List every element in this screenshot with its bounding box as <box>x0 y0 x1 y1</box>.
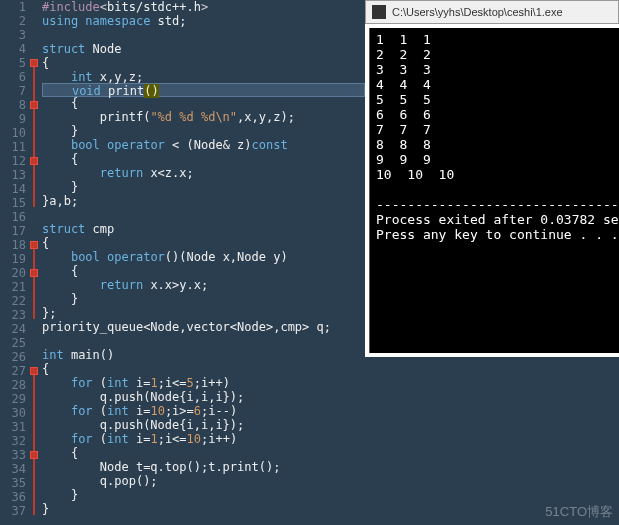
code-line[interactable]: for (int i=10;i>=6;i--) <box>42 404 365 418</box>
fold-toggle[interactable] <box>30 451 38 459</box>
line-number: 17 <box>0 224 26 238</box>
line-number: 32 <box>0 434 26 448</box>
line-number: 8 <box>0 98 26 112</box>
line-number: 6 <box>0 70 26 84</box>
code-line[interactable]: }; <box>42 306 365 320</box>
code-line[interactable]: } <box>42 180 365 194</box>
code-line[interactable]: for (int i=1;i<=10;i++) <box>42 432 365 446</box>
code-line[interactable]: { <box>42 446 365 460</box>
code-line[interactable]: bool operator < (Node& z)const <box>42 138 365 152</box>
code-line[interactable]: q.push(Node{i,i,i}); <box>42 390 365 404</box>
code-line[interactable]: void print() <box>42 83 365 97</box>
line-number: 21 <box>0 280 26 294</box>
watermark: 51CTO博客 <box>545 503 613 521</box>
code-line[interactable]: }a,b; <box>42 194 365 208</box>
line-number: 11 <box>0 140 26 154</box>
code-line[interactable]: { <box>42 236 365 250</box>
line-number: 13 <box>0 168 26 182</box>
code-line[interactable]: struct Node <box>42 42 365 56</box>
line-number: 36 <box>0 490 26 504</box>
fold-toggle[interactable] <box>30 367 38 375</box>
line-number: 27 <box>0 364 26 378</box>
code-line[interactable]: using namespace std; <box>42 14 365 28</box>
code-line[interactable]: int main() <box>42 348 365 362</box>
line-number: 31 <box>0 420 26 434</box>
code-line[interactable]: #include<bits/stdc++.h> <box>42 0 365 14</box>
line-number: 18 <box>0 238 26 252</box>
line-number: 7 <box>0 84 26 98</box>
code-editor[interactable]: 1234567891011121314151617181920212223242… <box>0 0 365 525</box>
code-line[interactable]: q.pop(); <box>42 474 365 488</box>
code-line[interactable]: { <box>42 362 365 376</box>
code-line[interactable]: } <box>42 502 365 516</box>
fold-toggle[interactable] <box>30 59 38 67</box>
console-title: C:\Users\yyhs\Desktop\ceshi\1.exe <box>392 6 563 18</box>
line-number: 25 <box>0 336 26 350</box>
code-line[interactable]: int x,y,z; <box>42 70 365 84</box>
fold-toggle[interactable] <box>30 157 38 165</box>
console-output: 1 1 1 2 2 2 3 3 3 4 4 4 5 5 5 6 6 6 7 7 … <box>369 28 619 353</box>
line-number: 5 <box>0 56 26 70</box>
fold-toggle[interactable] <box>30 269 38 277</box>
line-number: 1 <box>0 0 26 14</box>
app-icon <box>372 5 386 19</box>
fold-toggle[interactable] <box>30 101 38 109</box>
line-number: 24 <box>0 322 26 336</box>
line-number: 12 <box>0 154 26 168</box>
code-area[interactable]: #include<bits/stdc++.h>using namespace s… <box>42 0 365 516</box>
code-line[interactable]: struct cmp <box>42 222 365 236</box>
code-line[interactable]: } <box>42 488 365 502</box>
fold-toggle[interactable] <box>30 241 38 249</box>
line-number-gutter: 1234567891011121314151617181920212223242… <box>0 0 30 525</box>
line-number: 3 <box>0 28 26 42</box>
line-number: 19 <box>0 252 26 266</box>
console-window[interactable]: C:\Users\yyhs\Desktop\ceshi\1.exe 1 1 1 … <box>365 0 619 357</box>
console-titlebar[interactable]: C:\Users\yyhs\Desktop\ceshi\1.exe <box>365 0 619 24</box>
line-number: 37 <box>0 504 26 518</box>
line-number: 35 <box>0 476 26 490</box>
line-number: 20 <box>0 266 26 280</box>
line-number: 29 <box>0 392 26 406</box>
code-line[interactable]: { <box>42 56 365 70</box>
code-line[interactable]: return x.x>y.x; <box>42 278 365 292</box>
line-number: 22 <box>0 294 26 308</box>
line-number: 34 <box>0 462 26 476</box>
code-line[interactable]: return x<z.x; <box>42 166 365 180</box>
code-line[interactable]: { <box>42 152 365 166</box>
line-number: 10 <box>0 126 26 140</box>
code-line[interactable]: q.push(Node{i,i,i}); <box>42 418 365 432</box>
code-line[interactable] <box>42 208 365 222</box>
line-number: 9 <box>0 112 26 126</box>
code-line[interactable]: bool operator()(Node x,Node y) <box>42 250 365 264</box>
line-number: 4 <box>0 42 26 56</box>
line-number: 26 <box>0 350 26 364</box>
line-number: 23 <box>0 308 26 322</box>
line-number: 28 <box>0 378 26 392</box>
line-number: 30 <box>0 406 26 420</box>
line-number: 14 <box>0 182 26 196</box>
code-line[interactable]: printf("%d %d %d\n",x,y,z); <box>42 110 365 124</box>
code-line[interactable]: } <box>42 292 365 306</box>
code-line[interactable]: Node t=q.top();t.print(); <box>42 460 365 474</box>
line-number: 33 <box>0 448 26 462</box>
line-number: 2 <box>0 14 26 28</box>
code-line[interactable]: } <box>42 124 365 138</box>
code-line[interactable]: priority_queue<Node,vector<Node>,cmp> q; <box>42 320 365 334</box>
line-number: 15 <box>0 196 26 210</box>
line-number: 16 <box>0 210 26 224</box>
code-line[interactable]: { <box>42 96 365 110</box>
code-line[interactable]: { <box>42 264 365 278</box>
fold-column[interactable] <box>30 0 40 525</box>
code-line[interactable] <box>42 28 365 42</box>
code-line[interactable]: for (int i=1;i<=5;i++) <box>42 376 365 390</box>
code-line[interactable] <box>42 334 365 348</box>
